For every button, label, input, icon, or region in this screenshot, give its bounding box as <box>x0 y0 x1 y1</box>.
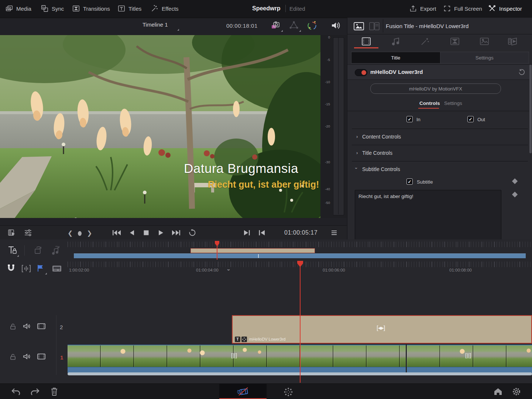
viewer-overlay-subtitle: Riecht gut, ist aber giftig! <box>208 179 319 190</box>
audio-strip <box>407 367 532 373</box>
step-back-button[interactable] <box>128 229 135 236</box>
preset-button[interactable]: mHelloDV by MotionVFX <box>370 83 501 94</box>
audio-monitor-button[interactable] <box>330 20 342 32</box>
tab-audio[interactable] <box>391 37 401 46</box>
sync-box-tool[interactable] <box>33 245 44 256</box>
meter-tick-15: -15 <box>325 102 330 106</box>
in-checkbox[interactable]: ✓ <box>406 116 413 122</box>
track2-enable-icon[interactable] <box>37 323 46 330</box>
video-clip-1[interactable]: [||] <box>68 345 406 372</box>
settings-button[interactable] <box>512 387 521 396</box>
track2-lock-icon[interactable] <box>9 323 17 330</box>
tab-effects[interactable] <box>421 37 430 46</box>
inspector-panel: Fusion Title - mHelloDV Lower3rd Title <box>347 18 532 241</box>
stop-button[interactable] <box>143 229 150 236</box>
audio-sync-tool[interactable] <box>50 245 61 256</box>
title-clip[interactable]: T mHelloDV Lower3rd [◂▸] <box>232 315 532 344</box>
snapping-tool[interactable] <box>6 264 16 273</box>
overview-video-clip[interactable] <box>74 253 526 258</box>
subtab-settings[interactable]: Settings <box>444 100 462 106</box>
play-from-first-button[interactable] <box>258 229 266 236</box>
color-page-tab[interactable] <box>283 386 294 398</box>
clip-trim-icon[interactable]: [||] <box>231 352 237 358</box>
track2-mute-icon[interactable] <box>22 322 31 330</box>
playhead-line[interactable] <box>300 265 301 383</box>
section-content-controls[interactable]: › Content Controls <box>347 129 532 145</box>
loop-button[interactable] <box>188 229 196 237</box>
subtab-controls[interactable]: Controls <box>419 100 440 106</box>
cut-page-tab[interactable] <box>219 384 267 399</box>
export-button[interactable]: Export <box>409 4 436 13</box>
viewer-preview[interactable]: Datura Brugmansia Riecht gut, ist aber g… <box>0 35 320 218</box>
sync-button[interactable]: Sync <box>41 4 64 13</box>
transitions-button[interactable]: Transitions <box>72 4 110 13</box>
media-button[interactable]: Media <box>5 4 31 13</box>
overview-title-clip[interactable] <box>191 248 315 253</box>
color-effects-button[interactable] <box>307 20 319 32</box>
track1-mute-icon[interactable] <box>22 352 31 361</box>
keyframe-icon[interactable] <box>512 192 518 198</box>
timeline-selector[interactable]: Timeline 1 <box>143 21 179 31</box>
go-to-start-button[interactable] <box>112 229 121 236</box>
tab-video[interactable] <box>361 37 371 46</box>
titles-button[interactable]: Titles <box>117 4 141 13</box>
home-button[interactable] <box>493 387 503 396</box>
single-viewer-button[interactable] <box>353 21 364 31</box>
transform-button[interactable] <box>289 20 301 32</box>
section-title-controls[interactable]: › Title Controls <box>347 145 532 161</box>
in-out-controls[interactable]: ❮ ❯ <box>68 229 92 237</box>
tab-settings[interactable]: Settings <box>440 52 529 63</box>
project-title[interactable]: Speedwrp <box>252 5 280 12</box>
meter-tick-10: -10 <box>325 80 330 84</box>
audio-trim-tool[interactable] <box>21 265 31 273</box>
tab-title[interactable]: Title <box>351 52 440 63</box>
video-clip-2[interactable]: [||] <box>407 345 532 372</box>
track1-enable-icon[interactable] <box>37 353 46 360</box>
trim-settings-button[interactable] <box>24 229 32 237</box>
subtitle-checkbox[interactable]: ✓ <box>406 178 413 185</box>
titles-icon <box>117 4 126 13</box>
reset-icon[interactable] <box>518 68 525 76</box>
inspector-button[interactable]: Inspector <box>488 4 522 13</box>
playhead-lock-tool[interactable] <box>7 245 19 257</box>
track1-lock-icon[interactable] <box>9 353 17 361</box>
tab-image[interactable] <box>480 37 489 46</box>
fullscreen-icon <box>443 4 451 13</box>
clip-enable-toggle[interactable] <box>355 69 367 76</box>
clip-retime-icon[interactable]: [◂▸] <box>377 324 385 332</box>
subtitle-textarea[interactable]: Riecht gut, ist aber giftig! <box>355 190 501 241</box>
ruler-chevron-down-icon[interactable]: › <box>226 269 232 271</box>
title-badge-icon: T <box>235 337 240 342</box>
delete-button[interactable] <box>50 387 58 396</box>
transport-menu-button[interactable] <box>331 230 337 236</box>
chevron-right-icon: › <box>356 150 358 156</box>
fullscreen-button[interactable]: Full Screen <box>443 4 482 13</box>
clip-info-tool[interactable] <box>52 265 62 273</box>
keyframe-icon[interactable] <box>512 178 518 184</box>
main-tabs: Title Settings <box>351 52 529 64</box>
effects-label: Effects <box>162 6 179 12</box>
cut-page-icon <box>237 386 249 397</box>
mark-clip-icon[interactable] <box>77 231 82 236</box>
redo-button[interactable] <box>30 387 40 396</box>
tab-file[interactable] <box>508 37 518 46</box>
effects-button[interactable]: Effects <box>151 4 179 13</box>
viewer-overlay-title: Datura Brugmansia <box>184 161 298 176</box>
play-button[interactable] <box>158 229 164 236</box>
section-subtitle-controls[interactable]: › Subtitle Controls <box>347 161 532 177</box>
mark-out-icon[interactable]: ❯ <box>87 229 92 237</box>
source-timeline-button[interactable] <box>7 228 17 237</box>
capture-still-button[interactable] <box>271 20 283 32</box>
bottom-bar <box>0 383 532 399</box>
undo-button[interactable] <box>11 387 21 396</box>
tab-transition[interactable] <box>450 37 460 46</box>
play-to-last-button[interactable] <box>243 229 251 236</box>
clip-trim-icon[interactable]: [||] <box>465 352 471 358</box>
dual-viewer-button[interactable] <box>369 21 380 31</box>
mark-in-icon[interactable]: ❮ <box>68 229 73 237</box>
overview-ruler[interactable] <box>68 242 532 247</box>
flag-marker-tool[interactable] <box>36 264 47 275</box>
go-to-end-button[interactable] <box>171 229 181 236</box>
inspector-scrollbar[interactable] <box>529 65 532 153</box>
out-checkbox[interactable]: ✓ <box>467 116 474 122</box>
